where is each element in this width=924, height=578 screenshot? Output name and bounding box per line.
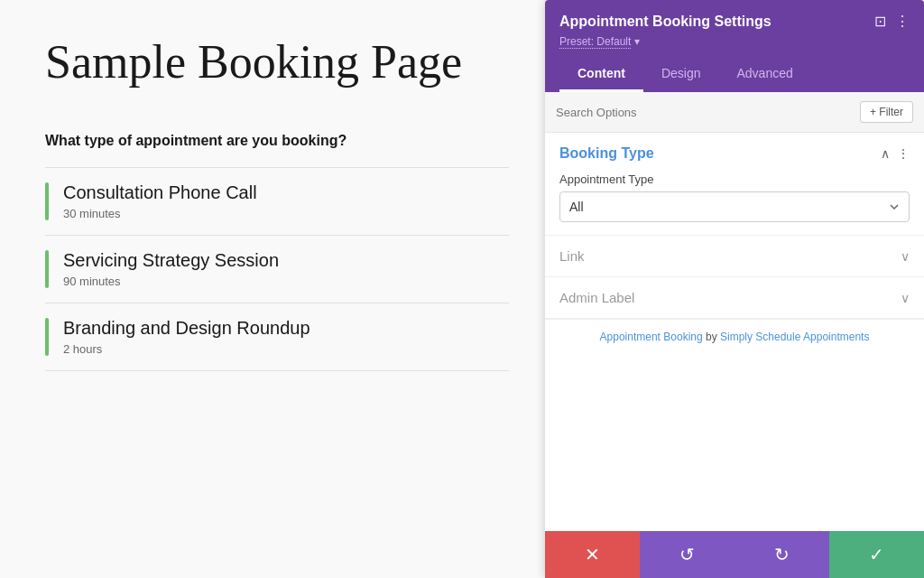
footer-credit: Appointment Booking by Simply Schedule A…: [545, 319, 924, 354]
appointment-type-select[interactable]: All Individual Group: [559, 191, 910, 222]
appointment-item[interactable]: Branding and Design Roundup 2 hours: [45, 303, 509, 371]
filter-button[interactable]: + Filter: [860, 101, 913, 123]
admin-label-title: Admin Label: [559, 290, 634, 305]
reset-icon: ↺: [679, 544, 695, 565]
appointment-info: Servicing Strategy Session 90 minutes: [63, 250, 279, 288]
reset-button[interactable]: ↺: [640, 531, 735, 578]
link-chevron-icon: ∨: [901, 249, 910, 264]
appointment-duration: 90 minutes: [63, 275, 279, 288]
tab-content[interactable]: Content: [559, 57, 643, 92]
admin-label-section[interactable]: Admin Label ∨: [545, 277, 924, 319]
section-controls: ∧ ⋮: [881, 146, 910, 161]
section-menu-icon[interactable]: ⋮: [897, 146, 910, 161]
appointment-item[interactable]: Servicing Strategy Session 90 minutes: [45, 236, 509, 303]
link-title: Link: [559, 248, 585, 264]
section-header: Booking Type ∧ ⋮: [559, 145, 910, 162]
appointment-accent: [45, 318, 49, 356]
booking-type-section: Booking Type ∧ ⋮ Appointment Type All In…: [545, 133, 924, 236]
cancel-icon: ✕: [585, 544, 600, 565]
cancel-button[interactable]: ✕: [545, 531, 640, 578]
fullscreen-icon[interactable]: ⊡: [874, 13, 886, 30]
admin-label-chevron-icon: ∨: [901, 291, 910, 305]
confirm-button[interactable]: ✓: [829, 531, 924, 578]
redo-button[interactable]: ↻: [735, 531, 829, 578]
confirm-icon: ✓: [869, 544, 884, 565]
appointment-type-label: Appointment Type: [559, 172, 910, 186]
footer-by-text: by: [706, 331, 720, 343]
booking-type-title: Booking Type: [559, 145, 654, 162]
tab-design[interactable]: Design: [643, 57, 719, 92]
settings-header-icons: ⊡ ⋮: [874, 13, 910, 30]
filter-label: + Filter: [870, 106, 903, 118]
preset-label: Preset: Default: [559, 35, 631, 49]
collapse-icon[interactable]: ∧: [881, 146, 890, 161]
more-options-icon[interactable]: ⋮: [895, 13, 910, 30]
search-input[interactable]: [556, 106, 853, 119]
tab-advanced[interactable]: Advanced: [718, 57, 810, 92]
appointment-list: Consultation Phone Call 30 minutes Servi…: [45, 167, 509, 371]
appointment-duration: 30 minutes: [63, 207, 257, 220]
settings-tabs: Content Design Advanced: [559, 57, 910, 92]
left-panel: Sample Booking Page What type of appoint…: [0, 0, 545, 578]
redo-icon: ↻: [774, 544, 790, 565]
appointment-info: Branding and Design Roundup 2 hours: [63, 318, 310, 356]
settings-title: Appointment Booking Settings: [559, 14, 772, 30]
search-bar: + Filter: [545, 92, 924, 133]
preset-line[interactable]: Preset: Default ▾: [559, 35, 910, 48]
settings-body: + Filter Booking Type ∧ ⋮ Appointment Ty…: [545, 92, 924, 531]
link-section[interactable]: Link ∨: [545, 236, 924, 277]
page-title: Sample Booking Page: [45, 36, 509, 88]
appointment-item[interactable]: Consultation Phone Call 30 minutes: [45, 167, 509, 236]
appointment-duration: 2 hours: [63, 342, 310, 356]
bottom-toolbar: ✕ ↺ ↻ ✓: [545, 531, 924, 578]
footer-booking-link[interactable]: Appointment Booking: [600, 331, 703, 343]
appointment-name: Servicing Strategy Session: [63, 250, 279, 271]
appointment-info: Consultation Phone Call 30 minutes: [63, 182, 257, 220]
settings-header-top: Appointment Booking Settings ⊡ ⋮: [559, 13, 910, 30]
appointment-accent: [45, 182, 49, 220]
appointment-accent: [45, 250, 49, 288]
settings-header: Appointment Booking Settings ⊡ ⋮ Preset:…: [545, 0, 924, 92]
booking-question: What type of appointment are you booking…: [45, 133, 509, 149]
appointment-name: Consultation Phone Call: [63, 182, 257, 203]
settings-panel: Appointment Booking Settings ⊡ ⋮ Preset:…: [545, 0, 924, 578]
appointment-name: Branding and Design Roundup: [63, 318, 310, 339]
footer-ssa-link[interactable]: Simply Schedule Appointments: [720, 331, 869, 343]
